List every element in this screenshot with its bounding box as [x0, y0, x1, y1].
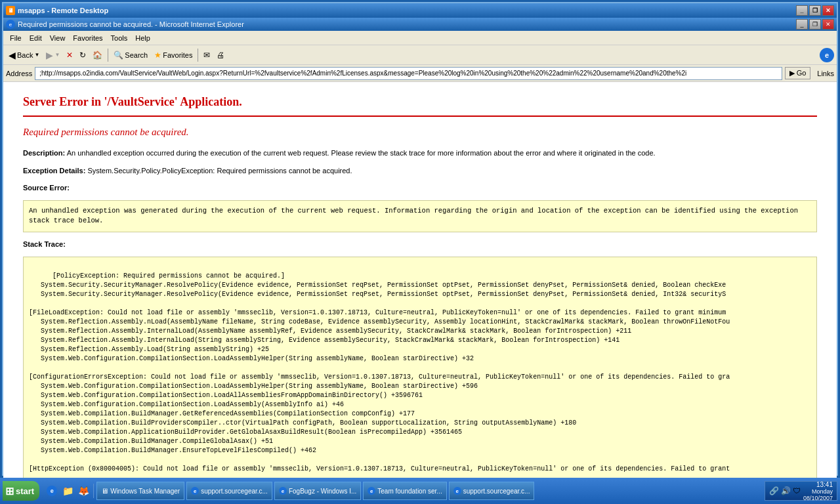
- taskbar-item-1-icon: e: [191, 487, 199, 495]
- taskbar-item-3-icon: e: [368, 487, 375, 495]
- system-tray: 🔗 🔊 🛡 13:41 Monday08/10/2007: [765, 481, 837, 501]
- back-label: Back: [17, 51, 33, 59]
- address-label: Address: [6, 70, 32, 77]
- remote-desktop-icon: 🖥: [6, 6, 15, 15]
- taskbar-item-4[interactable]: e support.sourcegear.c...: [449, 482, 535, 500]
- exception-section: Exception Details: System.Security.Polic…: [23, 165, 817, 177]
- quick-firefox-button[interactable]: 🦊: [76, 484, 91, 498]
- go-arrow-icon: ▶: [789, 69, 795, 77]
- ie-logo: e: [820, 48, 834, 62]
- taskbar-item-0-label: Windows Task Manager: [110, 488, 180, 495]
- ie-restore-button[interactable]: ❐: [809, 19, 821, 30]
- minimize-button[interactable]: _: [796, 5, 808, 16]
- title-bar-controls: _ ❐ ✕: [796, 5, 834, 16]
- description-label: Description:: [23, 149, 65, 157]
- back-arrow-icon: ◀: [9, 50, 16, 60]
- clock-time: 13:41: [803, 481, 833, 488]
- stack-trace-label-section: Stack Trace:: [23, 239, 817, 250]
- title-bar-text: msapps - Remote Desktop: [18, 7, 108, 14]
- forward-arrow-icon: ▶: [46, 50, 53, 60]
- home-icon: 🏠: [93, 51, 102, 60]
- ie-close-button[interactable]: ✕: [822, 19, 834, 30]
- main-content: Server Error in '/VaultService' Applicat…: [3, 82, 837, 481]
- mail-button[interactable]: ✉: [201, 49, 213, 61]
- go-button[interactable]: ▶ Go: [785, 67, 811, 79]
- quick-firefox-icon: 🦊: [78, 486, 89, 496]
- taskbar-item-3[interactable]: e Team foundation ser...: [363, 482, 446, 500]
- favorites-label: Favorites: [163, 51, 192, 59]
- stack-trace-label: Stack Trace:: [23, 240, 66, 248]
- refresh-button[interactable]: ↻: [77, 49, 89, 61]
- tray-volume-icon: 🔊: [781, 486, 791, 495]
- ie-title-bar: e Required permissions cannot be acquire…: [3, 18, 837, 31]
- taskbar-item-0[interactable]: 🖥 Windows Task Manager: [96, 482, 184, 500]
- ie-icon: e: [6, 20, 15, 29]
- windows-logo-icon: ⊞: [5, 485, 14, 497]
- search-button[interactable]: 🔍 Search: [111, 49, 150, 61]
- ie-minimize-button[interactable]: _: [796, 19, 808, 30]
- error-title: Server Error in '/VaultService' Applicat…: [23, 95, 817, 117]
- taskbar-item-2-icon: e: [279, 487, 287, 495]
- quick-folder-icon: 📁: [62, 486, 74, 496]
- address-input[interactable]: [35, 67, 782, 80]
- source-code-block: An unhandled exception was generated dur…: [23, 200, 817, 233]
- inner-frame: 🖥 msapps - Remote Desktop _ ❐ ✕ e Requir…: [2, 2, 838, 476]
- clock-date: Monday08/10/2007: [803, 488, 833, 501]
- tray-icons: 🔗 🔊 🛡: [769, 486, 801, 495]
- back-button[interactable]: ◀ Back ▼: [6, 49, 42, 62]
- taskbar-item-2[interactable]: e FogBugz - Windows I...: [274, 482, 361, 500]
- menu-help[interactable]: Help: [131, 33, 154, 43]
- menu-tools[interactable]: Tools: [107, 33, 132, 43]
- quick-ie-button[interactable]: e: [45, 484, 59, 498]
- source-error-section: Source Error:: [23, 182, 817, 194]
- forward-dropdown-icon: ▼: [54, 52, 60, 58]
- quick-ie-icon: e: [47, 486, 57, 496]
- links-label: Links: [817, 70, 834, 77]
- quick-folder-button[interactable]: 📁: [60, 484, 75, 498]
- toolbar: ◀ Back ▼ ▶ ▼ ✕ ↻ 🏠 🔍 Search ★ Favorit: [3, 45, 837, 65]
- title-bar: 🖥 msapps - Remote Desktop _ ❐ ✕: [3, 3, 837, 18]
- separator-1: [108, 49, 108, 62]
- print-button[interactable]: 🖨: [214, 49, 227, 61]
- home-button[interactable]: 🏠: [90, 49, 105, 61]
- forward-button[interactable]: ▶ ▼: [43, 49, 62, 62]
- taskbar-item-1-label: support.sourcegear.c...: [201, 488, 268, 495]
- menu-favorites[interactable]: Favorites: [69, 33, 106, 43]
- stack-code-text: [PolicyException: Required permissions c…: [29, 272, 730, 472]
- tray-network-icon: 🔗: [769, 486, 779, 495]
- stop-icon: ✕: [66, 51, 73, 60]
- start-button[interactable]: ⊞ start: [3, 481, 39, 501]
- favorites-button[interactable]: ★ Favorites: [152, 49, 195, 61]
- exception-label: Exception Details:: [23, 167, 85, 175]
- taskbar-item-1[interactable]: e support.sourcegear.c...: [186, 482, 272, 500]
- search-label: Search: [125, 51, 148, 59]
- menu-file[interactable]: File: [6, 33, 26, 43]
- exception-text: System.Security.Policy.PolicyException: …: [87, 167, 352, 175]
- taskbar-item-0-icon: 🖥: [101, 487, 108, 495]
- description-text: An unhandled exception occurred during t…: [67, 149, 656, 157]
- menu-view[interactable]: View: [46, 33, 70, 43]
- stack-trace-block: [PolicyException: Required permissions c…: [23, 257, 817, 482]
- close-button[interactable]: ✕: [822, 5, 834, 16]
- mail-icon: ✉: [203, 51, 210, 60]
- tray-security-icon: 🛡: [793, 486, 801, 495]
- error-subtitle: Required permissions cannot be acquired.: [23, 127, 817, 138]
- address-bar: Address ▶ Go Links: [3, 65, 837, 82]
- stop-button[interactable]: ✕: [64, 49, 75, 61]
- system-clock[interactable]: 13:41 Monday08/10/2007: [803, 481, 833, 501]
- quick-launch-bar: e 📁 🦊: [42, 484, 94, 498]
- taskbar-item-3-label: Team foundation ser...: [377, 488, 442, 495]
- menu-edit[interactable]: Edit: [26, 33, 46, 43]
- taskbar-item-4-icon: e: [453, 487, 461, 495]
- back-dropdown-icon: ▼: [34, 52, 39, 58]
- source-label: Source Error:: [23, 184, 70, 192]
- separator-2: [198, 49, 198, 62]
- search-icon: 🔍: [114, 51, 123, 60]
- restore-button[interactable]: ❐: [809, 5, 821, 16]
- taskbar: ⊞ start e 📁 🦊 🖥 Windows Task Manager e s…: [0, 478, 840, 504]
- ie-title-text: Required permissions cannot be acquired.…: [18, 20, 244, 28]
- taskbar-items: 🖥 Windows Task Manager e support.sourceg…: [96, 482, 762, 500]
- description-section: Description: An unhandled exception occu…: [23, 148, 817, 159]
- star-icon: ★: [154, 51, 161, 60]
- menu-bar: File Edit View Favorites Tools Help: [3, 31, 837, 45]
